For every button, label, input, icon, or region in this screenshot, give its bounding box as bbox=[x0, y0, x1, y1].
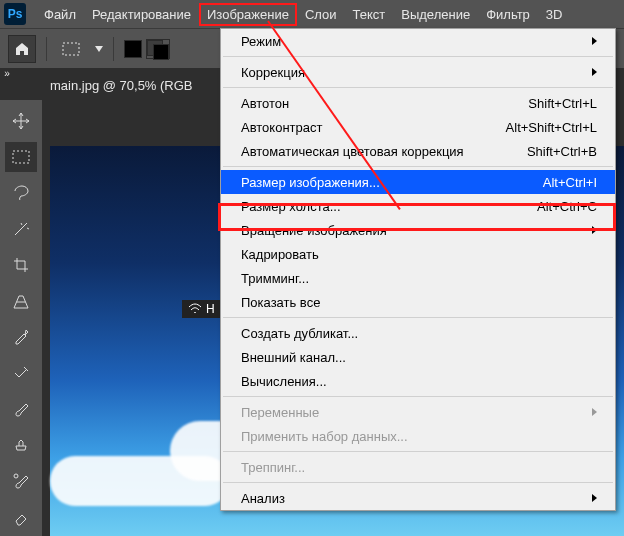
menu-separator bbox=[223, 317, 613, 318]
badge-line1: Н bbox=[206, 302, 215, 316]
menu-image[interactable]: Изображение bbox=[199, 3, 297, 26]
menu-item-label: Автотон bbox=[241, 96, 289, 111]
clone-stamp-tool[interactable] bbox=[5, 430, 37, 460]
dropdown-caret-icon[interactable] bbox=[95, 46, 103, 52]
tools-panel bbox=[0, 100, 42, 536]
svg-rect-0 bbox=[63, 43, 79, 55]
menu-item-автоконтраст[interactable]: АвтоконтрастAlt+Shift+Ctrl+L bbox=[221, 115, 615, 139]
menu-item-label: Кадрировать bbox=[241, 247, 319, 262]
menu-item-label: Применить набор данных... bbox=[241, 429, 408, 444]
menu-item-label: Размер холста... bbox=[241, 199, 341, 214]
menu-item-label: Размер изображения... bbox=[241, 175, 380, 190]
menu-item-label: Внешний канал... bbox=[241, 350, 346, 365]
menu-item-кадрировать[interactable]: Кадрировать bbox=[221, 242, 615, 266]
menu-item-shortcut: Alt+Ctrl+I bbox=[543, 175, 597, 190]
marquee-indicator-icon[interactable] bbox=[57, 37, 85, 61]
selection-new-icon[interactable] bbox=[124, 40, 142, 58]
menu-item-анализ[interactable]: Анализ bbox=[221, 486, 615, 510]
menu-item-автоматическая-цветовая-коррекция[interactable]: Автоматическая цветовая коррекцияShift+C… bbox=[221, 139, 615, 163]
menu-item-переменные: Переменные bbox=[221, 400, 615, 424]
crop-tool[interactable] bbox=[5, 250, 37, 280]
menu-item-shortcut: Shift+Ctrl+L bbox=[528, 96, 597, 111]
wifi-icon bbox=[188, 303, 202, 315]
menu-item-label: Вращение изображения bbox=[241, 223, 387, 238]
svg-rect-1 bbox=[13, 151, 29, 163]
menu-separator bbox=[223, 482, 613, 483]
menu-item-shortcut: Alt+Ctrl+C bbox=[537, 199, 597, 214]
menu-edit[interactable]: Редактирование bbox=[84, 3, 199, 26]
selection-add-icon[interactable] bbox=[146, 39, 170, 59]
menu-item-режим[interactable]: Режим bbox=[221, 29, 615, 53]
document-tab[interactable]: main.jpg @ 70,5% (RGB bbox=[50, 78, 193, 93]
menu-item-label: Автоконтраст bbox=[241, 120, 322, 135]
menu-item-размер-холста-[interactable]: Размер холста...Alt+Ctrl+C bbox=[221, 194, 615, 218]
menu-item-коррекция[interactable]: Коррекция bbox=[221, 60, 615, 84]
menu-item-показать-все[interactable]: Показать все bbox=[221, 290, 615, 314]
home-button[interactable] bbox=[8, 35, 36, 63]
menu-layers[interactable]: Слои bbox=[297, 3, 345, 26]
menu-separator bbox=[223, 87, 613, 88]
menu-item-label: Анализ bbox=[241, 491, 285, 506]
menu-filter[interactable]: Фильтр bbox=[478, 3, 538, 26]
image-menu-dropdown: РежимКоррекцияАвтотонShift+Ctrl+LАвтокон… bbox=[220, 28, 616, 511]
menu-item-label: Показать все bbox=[241, 295, 320, 310]
toolbar-separator bbox=[46, 37, 47, 61]
menu-select[interactable]: Выделение bbox=[393, 3, 478, 26]
menu-file[interactable]: Файл bbox=[36, 3, 84, 26]
lasso-tool[interactable] bbox=[5, 178, 37, 208]
menu-item-автотон[interactable]: АвтотонShift+Ctrl+L bbox=[221, 91, 615, 115]
overlay-badge: Н bbox=[182, 300, 221, 318]
move-tool[interactable] bbox=[5, 106, 37, 136]
menu-item-label: Треппинг... bbox=[241, 460, 305, 475]
menu-item-label: Создать дубликат... bbox=[241, 326, 358, 341]
marquee-tool[interactable] bbox=[5, 142, 37, 172]
history-brush-tool[interactable] bbox=[5, 466, 37, 496]
menu-item-shortcut: Alt+Shift+Ctrl+L bbox=[506, 120, 597, 135]
menu-3d[interactable]: 3D bbox=[538, 3, 571, 26]
eraser-tool[interactable] bbox=[5, 502, 37, 532]
menu-separator bbox=[223, 396, 613, 397]
menu-item-размер-изображения-[interactable]: Размер изображения...Alt+Ctrl+I bbox=[221, 170, 615, 194]
toolbar-separator bbox=[113, 37, 114, 61]
app-logo: Ps bbox=[4, 3, 26, 25]
selection-mode-group bbox=[124, 39, 170, 59]
menu-item-label: Переменные bbox=[241, 405, 319, 420]
eyedropper-tool[interactable] bbox=[5, 322, 37, 352]
menu-item-применить-набор-данных-: Применить набор данных... bbox=[221, 424, 615, 448]
menu-item-треппинг-: Треппинг... bbox=[221, 455, 615, 479]
menu-separator bbox=[223, 166, 613, 167]
menu-item-создать-дубликат-[interactable]: Создать дубликат... bbox=[221, 321, 615, 345]
menu-text[interactable]: Текст bbox=[345, 3, 394, 26]
spot-heal-tool[interactable] bbox=[5, 358, 37, 388]
menu-item-label: Вычисления... bbox=[241, 374, 327, 389]
perspective-tool[interactable] bbox=[5, 286, 37, 316]
menubar: Ps Файл Редактирование Изображение Слои … bbox=[0, 0, 624, 28]
magic-wand-tool[interactable] bbox=[5, 214, 37, 244]
menu-item-внешний-канал-[interactable]: Внешний канал... bbox=[221, 345, 615, 369]
brush-tool[interactable] bbox=[5, 394, 37, 424]
menu-item-вычисления-[interactable]: Вычисления... bbox=[221, 369, 615, 393]
menu-separator bbox=[223, 451, 613, 452]
menu-item-label: Режим bbox=[241, 34, 281, 49]
menu-item-вращение-изображения[interactable]: Вращение изображения bbox=[221, 218, 615, 242]
menu-item-label: Автоматическая цветовая коррекция bbox=[241, 144, 464, 159]
menu-item-shortcut: Shift+Ctrl+B bbox=[527, 144, 597, 159]
svg-point-2 bbox=[14, 474, 18, 478]
menu-item-label: Тримминг... bbox=[241, 271, 309, 286]
menu-item-label: Коррекция bbox=[241, 65, 305, 80]
panel-expand-icon[interactable]: » bbox=[0, 68, 14, 88]
menu-item-тримминг-[interactable]: Тримминг... bbox=[221, 266, 615, 290]
menu-separator bbox=[223, 56, 613, 57]
